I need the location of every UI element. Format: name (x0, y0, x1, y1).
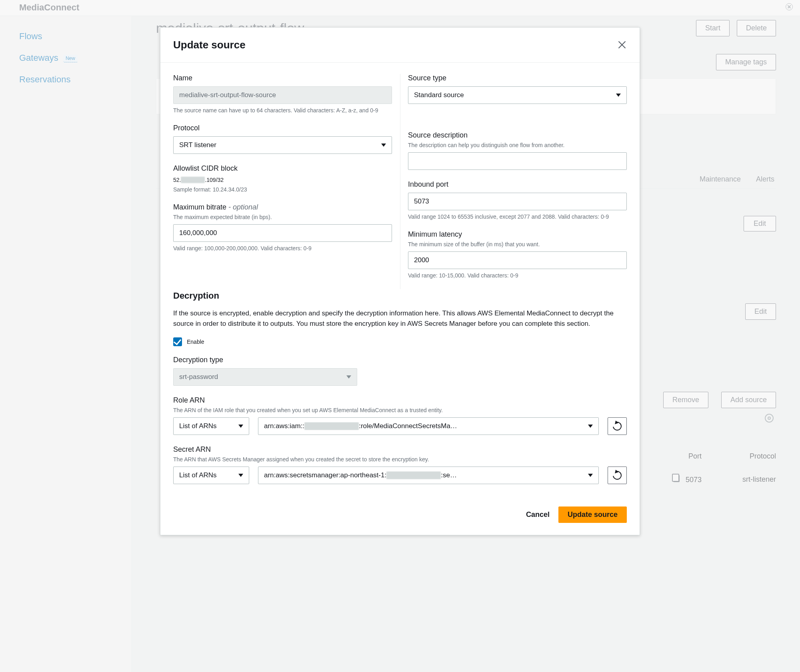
chevron-down-icon (238, 425, 243, 428)
refresh-icon (611, 420, 624, 432)
protocol-label: Protocol (173, 124, 392, 132)
source-desc-input[interactable] (408, 152, 627, 170)
inbound-port-help: Valid range 1024 to 65535 inclusive, exc… (408, 213, 627, 220)
source-desc-help: The description can help you distinguish… (408, 142, 627, 148)
min-latency-help-below: Valid range: 10-15,000. Valid characters… (408, 272, 627, 279)
min-latency-label: Minimum latency (408, 230, 627, 239)
cancel-button[interactable]: Cancel (526, 510, 550, 519)
refresh-icon (611, 469, 624, 481)
secret-arn-help: The ARN that AWS Secrets Manager assigne… (173, 456, 627, 463)
name-help: The source name can have up to 64 charac… (173, 107, 392, 114)
refresh-role-arn-button[interactable] (608, 417, 627, 435)
decryption-text: If the source is encrypted, enable decry… (173, 308, 627, 329)
update-source-modal: Update source Name The source name can h… (160, 27, 640, 535)
chevron-down-icon (346, 375, 351, 379)
name-input (173, 86, 392, 104)
min-latency-help-above: The minimum size of the buffer (in ms) t… (408, 241, 627, 247)
modal-title: Update source (173, 39, 246, 51)
enable-decryption-label: Enable (187, 339, 204, 345)
source-desc-label: Source description (408, 131, 627, 140)
decryption-heading: Decryption (173, 291, 627, 301)
name-label: Name (173, 74, 392, 82)
secret-arn-label: Secret ARN (173, 445, 627, 454)
secret-arn-value-select[interactable]: arn:aws:secretsmanager:ap-northeast-1:XX… (258, 467, 599, 484)
cidr-label: Allowlist CIDR block (173, 164, 392, 173)
max-bitrate-input[interactable] (173, 224, 392, 242)
enable-decryption-checkbox[interactable] (173, 337, 182, 346)
chevron-down-icon (588, 474, 593, 477)
update-source-button[interactable]: Update source (558, 506, 627, 523)
max-bitrate-label: Maximum bitrate - optional (173, 203, 392, 211)
min-latency-input[interactable] (408, 251, 627, 269)
close-icon[interactable] (617, 40, 627, 50)
secret-arn-mode-select[interactable]: List of ARNs (173, 467, 249, 484)
max-bitrate-help-below: Valid range: 100,000-200,000,000. Valid … (173, 245, 392, 251)
cidr-input[interactable]: 52. XXX.XXX .109/32 (173, 177, 392, 183)
source-type-label: Source type (408, 74, 627, 82)
protocol-select[interactable]: SRT listener (173, 136, 392, 154)
role-arn-label: Role ARN (173, 396, 627, 405)
chevron-down-icon (588, 425, 593, 428)
inbound-port-input[interactable] (408, 193, 627, 210)
refresh-secret-arn-button[interactable] (608, 467, 627, 484)
decryption-type-label: Decryption type (173, 356, 357, 364)
chevron-down-icon (616, 94, 621, 97)
cidr-help: Sample format: 10.24.34.0/23 (173, 186, 392, 193)
role-arn-mode-select[interactable]: List of ARNs (173, 417, 249, 435)
decryption-type-select: srt-password (173, 368, 357, 386)
role-arn-value-select[interactable]: arn:aws:iam::XXXXXXXXXXXX:role/MediaConn… (258, 417, 599, 435)
chevron-down-icon (381, 144, 386, 147)
role-arn-help: The ARN of the IAM role that you created… (173, 407, 627, 413)
chevron-down-icon (238, 474, 243, 477)
max-bitrate-help-above: The maximum expected bitrate (in bps). (173, 214, 392, 220)
source-type-select[interactable]: Standard source (408, 86, 627, 104)
inbound-port-label: Inbound port (408, 180, 627, 189)
